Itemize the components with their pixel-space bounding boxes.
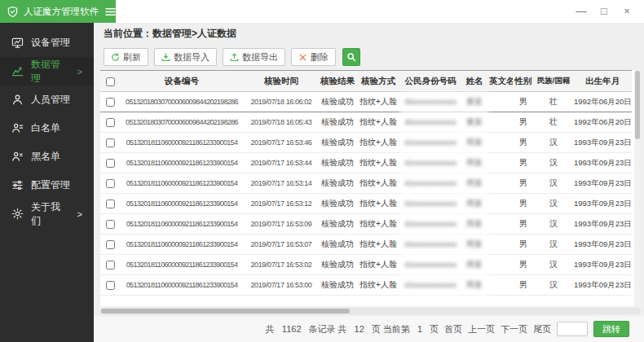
cell-gender: 男 <box>513 112 534 133</box>
cell-result: 核验成功 <box>319 153 356 173</box>
pages-total-value: 12 <box>353 324 366 334</box>
column-header[interactable]: 英文名 <box>488 71 513 92</box>
select-all-checkbox[interactable] <box>106 77 115 86</box>
cell-result: 核验成功 <box>319 194 356 214</box>
last-page-link[interactable]: 尾页 <box>533 323 551 335</box>
table-row[interactable]: 051320181106000092118612339001542019/07/… <box>100 214 632 235</box>
cell-device: 05132018110600009211861233900154 <box>120 194 244 214</box>
table-row[interactable]: 051320181106000092118612339001542019/07/… <box>100 275 632 296</box>
cell-device: 05132018110600009211861233900154 <box>120 275 244 296</box>
cell-id_number: 42xxxxxxxxxxxx <box>400 235 461 255</box>
cell-name: 周某 <box>461 153 488 173</box>
table-row[interactable]: 051320181106000092118612339001542019/07/… <box>100 133 632 153</box>
first-page-link[interactable]: 首页 <box>444 323 462 335</box>
row-checkbox[interactable] <box>106 118 115 127</box>
cell-time: 2019/07/17 16:53:12 <box>244 194 319 214</box>
cell-english_name <box>488 275 513 296</box>
row-checkbox[interactable] <box>106 200 115 208</box>
cell-time: 2019/07/17 16:53:07 <box>244 235 319 255</box>
sidebar-item-whitelist[interactable]: 白名单 <box>0 114 94 142</box>
sidebar-item-about[interactable]: 关于我们> <box>0 200 94 228</box>
cell-result: 核验成功 <box>319 214 356 235</box>
cell-ethnicity: 汉 <box>534 214 573 235</box>
chevron-right-icon: > <box>77 67 82 77</box>
prev-page-link[interactable]: 上一页 <box>468 323 495 335</box>
row-checkbox[interactable] <box>106 220 115 229</box>
minimize-button[interactable]: — <box>572 3 590 20</box>
sidebar-item-config[interactable]: 配置管理 <box>0 171 94 200</box>
sidebar-item-blacklist[interactable]: 黑名单 <box>0 142 94 171</box>
person-remove-icon <box>11 151 24 163</box>
maximize-button[interactable]: □ <box>595 3 613 20</box>
vertical-scrollbar[interactable] <box>634 70 641 306</box>
cell-method: 指纹+人脸 <box>356 112 400 133</box>
column-header[interactable]: 核验结果 <box>319 71 356 92</box>
column-header[interactable]: 性别 <box>513 71 534 92</box>
records-total-value: 1162 <box>280 324 303 334</box>
titlebar-right: — □ × <box>116 0 644 23</box>
cell-time: 2019/07/17 16:53:46 <box>244 133 319 153</box>
row-checkbox[interactable] <box>106 159 115 168</box>
import-button[interactable]: 数据导入 <box>154 48 217 66</box>
column-header[interactable]: 设备编号 <box>120 71 244 92</box>
cell-device: 05132018110600009211861233900154 <box>120 255 244 275</box>
vertical-scrollbar-thumb[interactable] <box>635 71 640 139</box>
refresh-icon <box>111 53 120 62</box>
cell-device: 05132018110600009211861233900154 <box>120 173 244 194</box>
row-checkbox[interactable] <box>106 138 115 147</box>
jump-button[interactable]: 跳转 <box>593 321 629 337</box>
table-row[interactable]: 051320181106000092118612339001542019/07/… <box>100 173 632 194</box>
column-header[interactable]: 公民身份号码 <box>400 71 461 92</box>
delete-button[interactable]: 删除 <box>291 48 336 66</box>
table-row[interactable]: 051320181106000092118612339001542019/07/… <box>100 153 632 173</box>
cell-english_name <box>488 194 513 214</box>
cell-id_number: 42xxxxxxxxxxxx <box>400 153 461 173</box>
export-button[interactable]: 数据导出 <box>223 48 285 66</box>
cell-id_number: 45xxxxxxxxxxxx <box>400 112 461 133</box>
row-checkbox[interactable] <box>106 261 115 270</box>
row-checkbox[interactable] <box>106 98 115 107</box>
table-row[interactable]: 051320181106000092118612339001542019/07/… <box>100 235 632 255</box>
table-row[interactable]: 051320180307000060098442021982862019/07/… <box>100 92 632 112</box>
horizontal-scrollbar[interactable] <box>100 308 641 314</box>
cell-time: 2019/07/17 16:53:02 <box>244 255 319 275</box>
menu-icon[interactable] <box>105 7 116 17</box>
row-checkbox[interactable] <box>106 281 115 290</box>
row-checkbox[interactable] <box>106 179 115 188</box>
close-button[interactable]: × <box>618 3 636 20</box>
column-header[interactable]: 民族/国籍 <box>534 71 573 92</box>
sidebar-item-device[interactable]: 设备管理 <box>0 28 94 57</box>
horizontal-scrollbar-thumb[interactable] <box>101 309 350 314</box>
refresh-button[interactable]: 刷新 <box>104 48 148 66</box>
cell-device: 05132018030700006009844202198286 <box>120 92 244 112</box>
column-header[interactable]: 姓名 <box>461 71 488 92</box>
row-checkbox[interactable] <box>106 240 115 249</box>
table-row[interactable]: 051320181106000092118612339001542019/07/… <box>100 255 632 275</box>
cell-id_number: 42xxxxxxxxxxxx <box>400 173 461 194</box>
delete-icon <box>298 53 307 62</box>
app-body: 设备管理数据管理>人员管理白名单黑名单配置管理关于我们> 当前位置：数据管理>人… <box>0 23 644 342</box>
cell-english_name <box>488 235 513 255</box>
toolbar-button-label: 数据导出 <box>242 51 278 64</box>
cell-english_name <box>488 112 513 133</box>
cell-name: 黄某 <box>461 92 488 112</box>
cell-gender: 男 <box>513 255 534 275</box>
cell-name: 周某 <box>461 255 488 275</box>
sidebar-item-data[interactable]: 数据管理> <box>0 57 94 86</box>
cell-gender: 男 <box>513 214 534 235</box>
column-header[interactable]: 出生年月 <box>573 71 632 92</box>
cell-result: 核验成功 <box>319 235 356 255</box>
column-header[interactable]: 核验方式 <box>356 71 400 92</box>
cell-ethnicity: 壮 <box>534 112 573 133</box>
table-row[interactable]: 051320181106000092118612339001542019/07/… <box>100 194 632 214</box>
search-button[interactable] <box>342 48 360 66</box>
sidebar-item-personnel[interactable]: 人员管理 <box>0 86 94 114</box>
table-row[interactable]: 051320180307000060098442021982862019/07/… <box>100 112 632 133</box>
sidebar-item-label: 人员管理 <box>31 93 70 107</box>
column-header[interactable]: 核验时间 <box>244 71 319 92</box>
cell-ethnicity: 壮 <box>534 92 573 112</box>
cell-birth_date: 1993年09月23日 <box>573 235 632 255</box>
next-page-link[interactable]: 下一页 <box>501 323 527 335</box>
jump-page-input[interactable] <box>557 322 588 336</box>
person-list-icon <box>11 122 24 134</box>
